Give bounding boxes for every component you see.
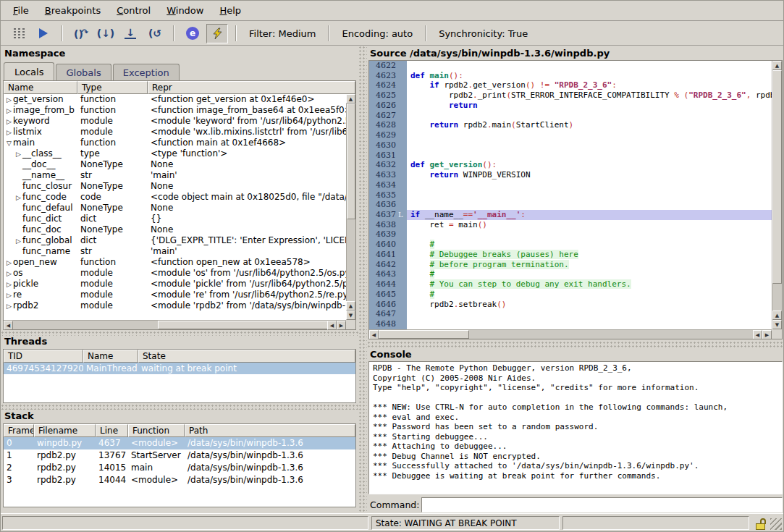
scroll-right-icon[interactable]: ▶ bbox=[337, 321, 346, 330]
resize-grip[interactable] bbox=[770, 518, 782, 530]
scroll-left-icon[interactable]: ◀ bbox=[4, 321, 13, 330]
source-line[interactable]: 4636 bbox=[369, 200, 772, 210]
source-line[interactable]: 4622 bbox=[369, 61, 772, 71]
namespace-row[interactable]: func_dictdict{} bbox=[4, 214, 346, 224]
namespace-row[interactable]: func_namestr'main' bbox=[4, 246, 346, 257]
menu-control[interactable]: Control bbox=[109, 1, 159, 20]
expander-right-icon[interactable]: ▷ bbox=[5, 290, 13, 300]
stack-frame-row[interactable]: 0winpdb.py4637<module>/data/sys/bin/winp… bbox=[4, 437, 355, 449]
scroll-up-icon[interactable]: ▲ bbox=[772, 311, 782, 320]
threads-stack-splitter[interactable] bbox=[1, 404, 358, 410]
expander-down-icon[interactable]: ▽ bbox=[5, 138, 13, 148]
column-header-name[interactable]: Name bbox=[4, 81, 77, 94]
break-button[interactable] bbox=[8, 24, 30, 43]
scrollbar-thumb[interactable] bbox=[158, 321, 329, 329]
expander-right-icon[interactable]: ▷ bbox=[14, 193, 22, 203]
namespace-row[interactable]: __doc__NoneTypeNone bbox=[4, 159, 346, 170]
expander-right-icon[interactable]: ▷ bbox=[14, 149, 22, 159]
expander-right-icon[interactable]: ▷ bbox=[5, 279, 13, 290]
scroll-down-icon[interactable]: ▼ bbox=[346, 311, 355, 320]
source-line[interactable]: 4630 bbox=[369, 140, 772, 151]
synchronicity-toggle[interactable]: Synchronicity: True bbox=[439, 28, 528, 39]
source-line[interactable]: 4623def main(): bbox=[369, 71, 772, 81]
menu-window[interactable]: Window bbox=[159, 1, 211, 20]
namespace-threads-splitter[interactable] bbox=[1, 331, 358, 336]
thread-row[interactable]: 46974534127920MainThreadwaiting at break… bbox=[4, 363, 355, 374]
source-line[interactable]: 4638 ret = main() bbox=[369, 220, 772, 230]
source-line[interactable]: 4635 bbox=[369, 190, 772, 200]
step-button[interactable]: (↓) bbox=[95, 24, 117, 43]
source-line[interactable]: 4647 bbox=[369, 309, 772, 319]
source-line[interactable]: 4628 return rpdb2.main(StartClient) bbox=[369, 120, 772, 130]
source-line[interactable]: 4644 # You can step to debug any exit ha… bbox=[369, 279, 772, 290]
stack-frame-row[interactable]: 2rpdb2.py14015main/data/sys/bin/winpdb-1… bbox=[4, 462, 355, 474]
tab-globals[interactable]: Globals bbox=[56, 64, 111, 80]
namespace-row[interactable]: ▷osmodule<module 'os' from '/usr/lib64/p… bbox=[4, 268, 346, 279]
scroll-up-icon[interactable]: ▲ bbox=[772, 61, 782, 70]
source-line[interactable]: 4643 # bbox=[369, 269, 772, 279]
source-line[interactable]: 4637Lif __name__=='__main__': bbox=[369, 210, 772, 220]
expander-right-icon[interactable]: ▷ bbox=[5, 95, 13, 105]
source-line[interactable]: 4631 bbox=[369, 151, 772, 161]
source-line[interactable]: 4629 bbox=[369, 130, 772, 140]
source-line[interactable]: 4648 bbox=[369, 319, 772, 329]
source-line[interactable]: 4626 return bbox=[369, 101, 772, 111]
scroll-left-icon[interactable]: ◀ bbox=[753, 330, 762, 339]
column-header-filename[interactable]: Filename bbox=[34, 424, 96, 437]
source-line[interactable]: 4633 return WINPDB_VERSION bbox=[369, 170, 772, 180]
column-header-name[interactable]: Name bbox=[83, 350, 138, 363]
namespace-row[interactable]: ▷remodule<module 're' from '/usr/lib64/p… bbox=[4, 290, 346, 300]
menu-file[interactable]: File bbox=[5, 1, 37, 20]
tab-exception[interactable]: Exception bbox=[113, 64, 180, 80]
source-line[interactable]: 4632def get_version(): bbox=[369, 160, 772, 170]
namespace-row[interactable]: ▽mainfunction<function main at 0x1ef4668… bbox=[4, 138, 346, 148]
source-line[interactable]: 4639 bbox=[369, 229, 772, 240]
encoding-button[interactable]: e bbox=[182, 24, 203, 43]
column-header-frame[interactable]: Frame bbox=[4, 424, 34, 437]
source-line[interactable]: 4642 # before program termination. bbox=[369, 260, 772, 270]
expander-right-icon[interactable]: ▷ bbox=[14, 236, 22, 246]
synchronicity-button[interactable] bbox=[206, 24, 228, 43]
scroll-left-icon[interactable]: ◀ bbox=[369, 330, 379, 339]
scroll-down-icon[interactable]: ▼ bbox=[772, 320, 782, 329]
scroll-up-icon[interactable]: ▲ bbox=[346, 94, 355, 104]
scroll-left-icon[interactable]: ◀ bbox=[327, 321, 337, 330]
namespace-row[interactable]: ▷keywordmodule<module 'keyword' from '/u… bbox=[4, 116, 346, 127]
source-console-splitter[interactable] bbox=[367, 341, 784, 348]
namespace-row[interactable]: func_docNoneTypeNone bbox=[4, 224, 346, 235]
return-button[interactable]: (↺ bbox=[144, 24, 166, 43]
next-button[interactable]: ()↷ bbox=[70, 24, 92, 43]
column-header-repr[interactable]: Repr bbox=[148, 81, 355, 94]
scrollbar-thumb[interactable] bbox=[379, 330, 469, 339]
source-line[interactable]: 4640 # bbox=[369, 240, 772, 250]
source-line[interactable]: 4625 rpdb2._print(STR_ERROR_INTERFACE_CO… bbox=[369, 90, 772, 101]
expander-right-icon[interactable]: ▷ bbox=[5, 117, 13, 127]
scroll-up-icon[interactable]: ▲ bbox=[346, 301, 355, 311]
namespace-row[interactable]: ▷listmixmodule<module 'wx.lib.mixins.lis… bbox=[4, 127, 346, 138]
column-header-line[interactable]: Line bbox=[96, 424, 128, 437]
main-vertical-splitter[interactable] bbox=[358, 46, 367, 515]
encoding-toggle[interactable]: Encoding: auto bbox=[342, 28, 413, 39]
namespace-row[interactable]: ▷rpdb2module<module 'rpdb2' from '/data/… bbox=[4, 300, 346, 311]
stack-frame-row[interactable]: 3rpdb2.py14044<module>/data/sys/bin/winp… bbox=[4, 474, 355, 486]
menu-breakpoints[interactable]: Breakpoints bbox=[37, 1, 109, 20]
namespace-row[interactable]: ▷__class__type<type 'function'> bbox=[4, 148, 346, 159]
namespace-row[interactable]: ▷get_versionfunction<function get_versio… bbox=[4, 94, 346, 105]
namespace-row[interactable]: func_defaulNoneTypeNone bbox=[4, 203, 346, 214]
source-line[interactable]: 4645 # bbox=[369, 290, 772, 300]
source-line[interactable]: 4634 bbox=[369, 180, 772, 190]
namespace-row[interactable]: __name__str'main' bbox=[4, 170, 346, 181]
scrollbar-thumb[interactable] bbox=[347, 104, 355, 219]
expander-right-icon[interactable]: ▷ bbox=[5, 127, 13, 138]
filter-toggle[interactable]: Filter: Medium bbox=[249, 28, 316, 39]
expander-right-icon[interactable]: ▷ bbox=[5, 269, 13, 279]
namespace-row[interactable]: ▷open_newfunction<function open_new at 0… bbox=[4, 257, 346, 268]
column-header-path[interactable]: Path bbox=[185, 424, 355, 437]
menu-help[interactable]: Help bbox=[211, 1, 249, 20]
source-line[interactable]: 4624 if rpdb2.get_version() != "RPDB_2_3… bbox=[369, 80, 772, 90]
source-line[interactable]: 4627 bbox=[369, 111, 772, 121]
column-header-function[interactable]: Function bbox=[128, 424, 185, 437]
namespace-row[interactable]: ▷image_from_bfunction<function image_fro… bbox=[4, 105, 346, 116]
column-header-type[interactable]: Type bbox=[77, 81, 148, 94]
namespace-row[interactable]: ▷func_codecode<code object main at 0x180… bbox=[4, 192, 346, 203]
